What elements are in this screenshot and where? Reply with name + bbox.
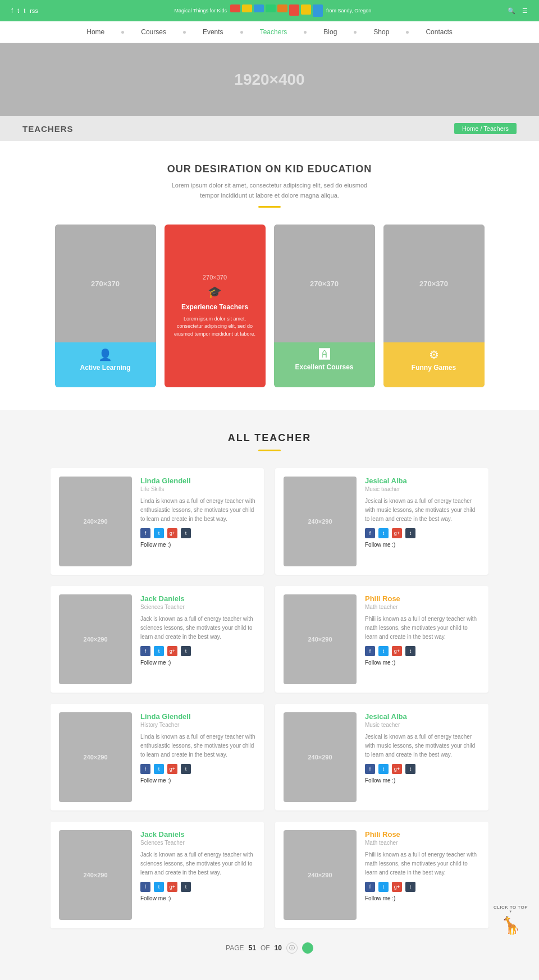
social-tw-1[interactable]: t (378, 528, 389, 538)
social-gp-5[interactable]: g+ (392, 764, 402, 774)
social-tu-2[interactable]: t (181, 646, 191, 656)
teacher-bio-3: Phili is known as a full of energy teach… (365, 615, 480, 642)
tagline-left: Magical Things for Kids (175, 8, 227, 13)
teacher-card-2: 240×290 Jack Daniels Sciences Teacher Ja… (51, 586, 264, 693)
social-fb-0[interactable]: f (140, 528, 150, 538)
teacher-card-0: 240×290 Linda Glendell Life Skills Linda… (51, 468, 264, 575)
teacher-role-2: Sciences Teacher (140, 604, 255, 610)
tumblr-icon-top[interactable]: t (24, 7, 25, 14)
section-divider (258, 206, 281, 208)
teacher-info-6: Jack Daniels Sciences Teacher Jack is kn… (140, 830, 255, 920)
teacher-card-7: 240×290 Phili Rose Math teacher Phili is… (275, 822, 488, 928)
all-teachers-section: ALL TEACHER 240×290 Linda Glendell Life … (0, 410, 539, 980)
social-tu-7[interactable]: t (405, 882, 415, 892)
twitter-icon-top[interactable]: t (17, 7, 19, 14)
page-title-bar: TEACHERS Home / Teachers (0, 116, 539, 141)
social-tw-2[interactable]: t (154, 646, 164, 656)
social-fb-7[interactable]: f (365, 882, 375, 892)
teacher-follow-1: Follow me :) (365, 542, 480, 548)
rss-icon-top[interactable]: rss (30, 7, 38, 14)
teacher-role-0: Life Skills (140, 486, 255, 492)
facebook-icon-top[interactable]: f (11, 7, 13, 14)
nav-events[interactable]: Events (203, 28, 223, 36)
social-tw-7[interactable]: t (378, 882, 389, 892)
social-gp-3[interactable]: g+ (392, 646, 402, 656)
teacher-info-7: Phili Rose Math teacher Phili is known a… (365, 830, 480, 920)
social-fb-4[interactable]: f (140, 764, 150, 774)
social-tu-4[interactable]: t (181, 764, 191, 774)
menu-icon[interactable]: ☰ (522, 7, 528, 15)
teacher-card-5: 240×290 Jesical Alba Music teacher Jesic… (275, 704, 488, 810)
social-gp-0[interactable]: g+ (167, 528, 177, 538)
feature-card-games: 270×370 ⚙ Funny Games (383, 225, 485, 387)
teacher-bio-2: Jack is known as a full of energy teache… (140, 615, 255, 642)
nav-teachers[interactable]: Teachers (260, 28, 287, 36)
teacher-bio-7: Phili is known as a full of energy teach… (365, 850, 480, 877)
feature-card-courses: 270×370 🅰 Excellent Courses (274, 225, 375, 387)
social-fb-2[interactable]: f (140, 646, 150, 656)
teacher-info-3: Phili Rose Math teacher Phili is known a… (365, 594, 480, 684)
social-tu-0[interactable]: t (181, 528, 191, 538)
nav-shop[interactable]: Shop (373, 28, 389, 36)
breadcrumb-button[interactable]: Home / Teachers (454, 123, 517, 134)
social-tw-3[interactable]: t (378, 646, 389, 656)
teacher-name-5: Jesical Alba (365, 712, 480, 721)
social-fb-3[interactable]: f (365, 646, 375, 656)
teacher-name-7: Phili Rose (365, 830, 480, 839)
social-tw-5[interactable]: t (378, 764, 389, 774)
teacher-card-4: 240×290 Linda Glendell History Teacher L… (51, 704, 264, 810)
social-gp-6[interactable]: g+ (167, 882, 177, 892)
social-tu-5[interactable]: t (405, 764, 415, 774)
nav-courses[interactable]: Courses (141, 28, 166, 36)
teacher-bio-0: Linda is known as a full of energy teach… (140, 497, 255, 524)
social-gp-1[interactable]: g+ (392, 528, 402, 538)
nav-contacts[interactable]: Contacts (426, 28, 452, 36)
card-label-3: Excellent Courses (295, 363, 353, 371)
hero-banner: 1920×400 (0, 43, 539, 116)
teacher-photo-3: 240×290 (284, 594, 357, 684)
card-dims-2: 270×370 (203, 274, 227, 281)
social-tu-6[interactable]: t (181, 882, 191, 892)
hero-dimensions: 1920×400 (234, 71, 304, 89)
teacher-name-0: Linda Glendell (140, 477, 255, 485)
page-of-label: OF (261, 944, 270, 952)
search-icon[interactable]: 🔍 (508, 7, 515, 15)
teacher-role-6: Sciences Teacher (140, 840, 255, 846)
teacher-info-4: Linda Glendell History Teacher Linda is … (140, 712, 255, 802)
teacher-photo-0: 240×290 (59, 477, 132, 566)
pagination-dot[interactable] (302, 942, 313, 954)
teacher-social-1: f t g+ t (365, 528, 480, 538)
teacher-role-1: Music teacher (365, 486, 480, 492)
social-tw-0[interactable]: t (154, 528, 164, 538)
teacher-social-5: f t g+ t (365, 764, 480, 774)
click-to-top-arrow: ▼ (509, 910, 512, 913)
card-icon-1: 👤 (98, 348, 112, 361)
social-tu-1[interactable]: t (405, 528, 415, 538)
nav-home[interactable]: Home (86, 28, 104, 36)
social-fb-1[interactable]: f (365, 528, 375, 538)
teacher-social-4: f t g+ t (140, 764, 255, 774)
social-gp-2[interactable]: g+ (167, 646, 177, 656)
card-image-4: 270×370 (383, 225, 485, 342)
social-fb-5[interactable]: f (365, 764, 375, 774)
social-gp-4[interactable]: g+ (167, 764, 177, 774)
click-to-top[interactable]: CLICK TO TOP ▼ 🦒 (494, 905, 528, 935)
all-teacher-title: ALL TEACHER (11, 432, 528, 444)
social-tw-4[interactable]: t (154, 764, 164, 774)
teacher-follow-7: Follow me :) (365, 895, 480, 901)
teacher-name-4: Linda Glendell (140, 712, 255, 721)
teacher-bio-6: Jack is known as a full of energy teache… (140, 850, 255, 877)
teacher-info-0: Linda Glendell Life Skills Linda is know… (140, 477, 255, 566)
social-fb-6[interactable]: f (140, 882, 150, 892)
nav-blog[interactable]: Blog (323, 28, 337, 36)
card-icon-4: ⚙ (429, 348, 439, 361)
social-tw-6[interactable]: t (154, 882, 164, 892)
teacher-photo-6: 240×290 (59, 830, 132, 920)
card-bottom-3: 🅰 Excellent Courses (274, 342, 375, 387)
social-gp-7[interactable]: g+ (392, 882, 402, 892)
social-tu-3[interactable]: t (405, 646, 415, 656)
pagination-info-btn[interactable]: ⓘ (286, 942, 298, 954)
pagination: PAGE 51 OF 10 ⓘ (11, 928, 528, 968)
teacher-follow-3: Follow me :) (365, 660, 480, 666)
teacher-name-6: Jack Daniels (140, 830, 255, 839)
